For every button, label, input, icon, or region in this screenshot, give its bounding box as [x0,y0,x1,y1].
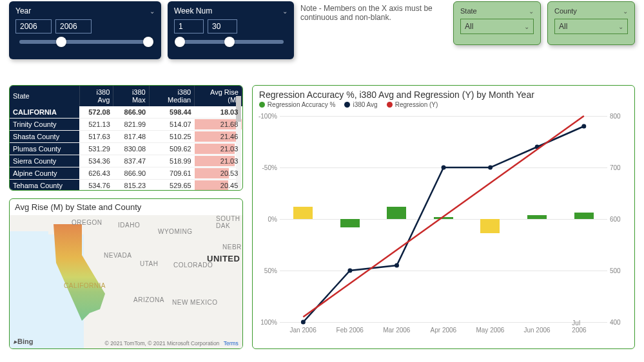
col-max[interactable]: i380 Max [113,86,149,106]
map-region-label: WYOMING [158,228,193,235]
x-tick-label: Jan 2006 [290,327,317,334]
state-slicer-title: State [460,7,477,15]
col-median[interactable]: i380 Median [149,86,194,106]
chevron-down-icon[interactable]: ⌄ [529,8,534,15]
week-slider-thumb-left[interactable] [175,37,185,47]
year-to-input[interactable]: 2006 [55,19,92,33]
regression-chart-panel: Regression Accuracy %, i380 Avg and Regr… [252,85,635,349]
table-row[interactable]: Plumas County531.29830.08509.6221.03 [10,143,242,155]
y2-tick-label: 500 [610,267,630,274]
map-region-label: UTAH [140,260,158,267]
table-row[interactable]: CALIFORNIA572.08866.90598.4418.03 [10,106,242,119]
summary-table[interactable]: State i380 Avg i380 Max i380 Median Avg … [10,86,242,191]
map-region-label: NEW MEXICO [172,299,218,306]
map-terms-link[interactable]: Terms [224,340,239,347]
y2-tick-label: 600 [610,216,630,223]
week-slicer-title: Week Num [174,6,212,15]
map-region-label: CALIFORNIA [64,282,106,289]
map-country-label: UNITED [207,254,240,263]
year-slicer-title: Year [15,6,31,15]
table-row[interactable]: Sierra County534.36837.47518.9921.03 [10,155,242,167]
bing-logo: ▸Bing [14,338,33,346]
col-rise[interactable]: Avg Rise (M) [195,86,242,106]
county-dropdown[interactable]: All ⌄ [554,19,628,34]
table-row[interactable]: Trinity County521.13821.99514.0721.68 [10,119,242,131]
week-slider-thumb-right[interactable] [224,37,235,47]
map-region-label: IDAHO [118,222,140,229]
y2-tick-label: 400 [610,319,630,326]
state-dropdown[interactable]: All ⌄ [460,19,534,34]
map-region-label: ARIZONA [133,296,164,303]
legend-label-avg: i380 Avg [353,101,377,108]
legend-dot-accuracy [259,102,265,108]
x-tick-label: Mar 2006 [383,327,410,334]
chevron-down-icon: ⌄ [524,23,529,30]
week-to-input[interactable]: 30 [208,19,237,33]
legend-label-reg: Regression (Y) [395,101,438,108]
chevron-down-icon[interactable]: ⌄ [150,8,155,15]
week-from-input[interactable]: 1 [174,19,204,33]
chart-area[interactable]: 100%50%0%-50%-100%800700600500400Jan 200… [253,111,634,338]
map-title: Avg Rise (M) by State and County [10,199,242,215]
y2-tick-label: 700 [610,164,630,171]
chart-legend: Regression Accuracy % i380 Avg Regressio… [253,101,634,111]
state-dropdown-value: All [465,22,473,31]
table-row[interactable]: Shasta County517.63817.48510.2521.46 [10,131,242,143]
svg-point-6 [581,124,586,129]
map-attribution: © 2021 TomTom, © 2021 Microsoft Corporat… [105,340,239,347]
y2-tick-label: 800 [610,113,630,120]
y1-tick-label: 100% [257,319,277,326]
chart-lines [280,116,607,322]
map-region-label: SOUTH DAK [216,215,242,229]
svg-point-0 [301,320,306,325]
table-header-row: State i380 Avg i380 Max i380 Median Avg … [10,86,242,106]
x-tick-label: Jun 2006 [523,327,550,334]
county-slicer-title: County [554,7,577,15]
table-row[interactable]: Alpine County626.43866.90709.6120.53 [10,167,242,180]
x-tick-label: May 2006 [476,327,504,334]
map-region-label: OREGON [72,219,102,226]
y1-tick-label: -50% [257,164,277,171]
svg-point-3 [441,166,445,170]
year-slider-thumb-left[interactable] [56,37,66,47]
y1-tick-label: -100% [257,113,277,120]
chart-title: Regression Accuracy %, i380 Avg and Regr… [253,86,634,101]
map-canvas[interactable]: OREGON IDAHO WYOMING SOUTH DAK NEVADA UT… [10,215,242,348]
chevron-down-icon[interactable]: ⌄ [623,8,628,15]
county-slicer[interactable]: County ⌄ All ⌄ [547,1,635,45]
week-slicer[interactable]: Week Num ⌄ 1 30 [168,1,294,59]
legend-dot-reg [387,102,393,108]
year-slider-thumb-right[interactable] [143,37,153,47]
svg-point-1 [347,269,352,273]
chevron-down-icon[interactable]: ⌄ [282,8,288,15]
x-tick-label: Feb 2006 [337,327,364,334]
y1-tick-label: 50% [257,267,277,274]
svg-point-4 [488,166,493,170]
chevron-down-icon: ⌄ [618,23,623,30]
legend-dot-avg [344,102,350,108]
svg-point-2 [395,263,399,268]
county-dropdown-value: All [559,22,567,31]
year-slicer[interactable]: Year ⌄ 2006 2006 [9,1,161,59]
col-avg[interactable]: i380 Avg [79,86,113,106]
col-state[interactable]: State [10,86,79,106]
map-region-label: NEBR [222,243,242,251]
map-panel: Avg Rise (M) by State and County OREGON … [9,198,243,349]
year-slider[interactable] [19,40,151,44]
legend-label-accuracy: Regression Accuracy % [268,101,336,108]
year-from-input[interactable]: 2006 [15,19,52,33]
week-slider[interactable] [178,40,284,44]
axis-note: Note - Members on the X axis must be con… [300,1,436,22]
map-region-label: NEVADA [104,252,132,259]
table-row[interactable]: Tehama County534.76815.23529.6520.45 [10,180,242,191]
x-tick-label: Apr 2006 [431,327,457,334]
y1-tick-label: 0% [257,216,277,223]
state-slicer[interactable]: State ⌄ All ⌄ [453,1,541,45]
summary-table-panel: State i380 Avg i380 Max i380 Median Avg … [9,85,243,191]
